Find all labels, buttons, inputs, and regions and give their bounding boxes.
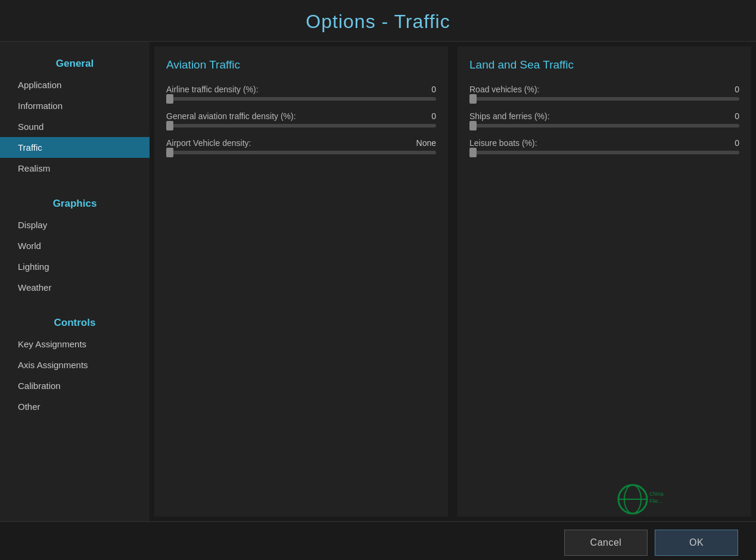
sidebar-section-controls: Controls xyxy=(0,310,150,334)
title-bar: Options - Traffic xyxy=(0,0,756,42)
leisure-boats-value: 0 xyxy=(735,138,739,148)
watermark: China Flie... xyxy=(613,483,690,515)
content-area: Aviation Traffic Airline traffic density… xyxy=(150,42,756,521)
svg-text:China: China xyxy=(649,491,664,497)
sidebar-item-application[interactable]: Application xyxy=(0,74,150,95)
general-aviation-thumb[interactable] xyxy=(166,121,173,130)
sidebar-item-lighting[interactable]: Lighting xyxy=(0,256,150,277)
airline-density-label: Airline traffic density (%): xyxy=(166,85,259,94)
sidebar-item-display[interactable]: Display xyxy=(0,214,150,235)
general-aviation-value: 0 xyxy=(431,111,436,121)
airline-density-thumb[interactable] xyxy=(166,94,173,104)
leisure-boats-label: Leisure boats (%): xyxy=(469,138,537,148)
sidebar-section-general: General xyxy=(0,51,150,74)
aviation-panel-title: Aviation Traffic xyxy=(166,58,436,71)
ships-ferries-row: Ships and ferries (%): 0 xyxy=(469,111,739,127)
leisure-boats-row: Leisure boats (%): 0 xyxy=(469,138,739,154)
aviation-traffic-panel: Aviation Traffic Airline traffic density… xyxy=(154,46,448,517)
svg-text:Flie...: Flie... xyxy=(649,498,662,504)
airport-vehicle-track[interactable] xyxy=(166,151,436,154)
sidebar-item-other[interactable]: Other xyxy=(0,396,150,417)
sidebar: General Application Information Sound Tr… xyxy=(0,42,150,521)
sidebar-item-world[interactable]: World xyxy=(0,235,150,256)
sidebar-item-weather[interactable]: Weather xyxy=(0,277,150,298)
airline-density-row: Airline traffic density (%): 0 xyxy=(166,85,436,101)
general-aviation-track[interactable] xyxy=(166,124,436,127)
road-vehicles-value: 0 xyxy=(735,85,739,94)
ships-ferries-thumb[interactable] xyxy=(469,121,477,130)
footer: Cancel OK xyxy=(0,521,756,560)
sidebar-item-traffic[interactable]: Traffic xyxy=(0,137,150,158)
land-sea-panel-title: Land and Sea Traffic xyxy=(469,58,739,71)
sidebar-item-key-assignments[interactable]: Key Assignments xyxy=(0,334,150,354)
sidebar-section-graphics: Graphics xyxy=(0,191,150,214)
leisure-boats-track[interactable] xyxy=(469,151,739,154)
ships-ferries-track[interactable] xyxy=(469,124,739,127)
page-title: Options - Traffic xyxy=(0,11,756,33)
general-aviation-density-row: General aviation traffic density (%): 0 xyxy=(166,111,436,127)
airport-vehicle-value: None xyxy=(416,138,436,148)
general-aviation-label: General aviation traffic density (%): xyxy=(166,111,296,121)
road-vehicles-track[interactable] xyxy=(469,97,739,101)
airport-vehicle-density-row: Airport Vehicle density: None xyxy=(166,138,436,154)
sidebar-item-sound[interactable]: Sound xyxy=(0,116,150,137)
airport-vehicle-thumb[interactable] xyxy=(166,148,173,157)
ships-ferries-value: 0 xyxy=(735,111,739,121)
leisure-boats-thumb[interactable] xyxy=(469,148,477,157)
ships-ferries-label: Ships and ferries (%): xyxy=(469,111,550,121)
airline-density-track[interactable] xyxy=(166,97,436,101)
road-vehicles-label: Road vehicles (%): xyxy=(469,85,540,94)
airline-density-value: 0 xyxy=(431,85,436,94)
main-container: General Application Information Sound Tr… xyxy=(0,42,756,521)
cancel-button[interactable]: Cancel xyxy=(564,530,648,556)
airport-vehicle-label: Airport Vehicle density: xyxy=(166,138,251,148)
sidebar-item-realism[interactable]: Realism xyxy=(0,158,150,179)
sidebar-item-axis-assignments[interactable]: Axis Assignments xyxy=(0,354,150,375)
road-vehicles-thumb[interactable] xyxy=(469,94,477,104)
land-sea-traffic-panel: Land and Sea Traffic Road vehicles (%): … xyxy=(458,46,751,517)
sidebar-item-calibration[interactable]: Calibration xyxy=(0,375,150,396)
ok-button[interactable]: OK xyxy=(655,530,738,556)
road-vehicles-row: Road vehicles (%): 0 xyxy=(469,85,739,101)
sidebar-item-information[interactable]: Information xyxy=(0,95,150,116)
